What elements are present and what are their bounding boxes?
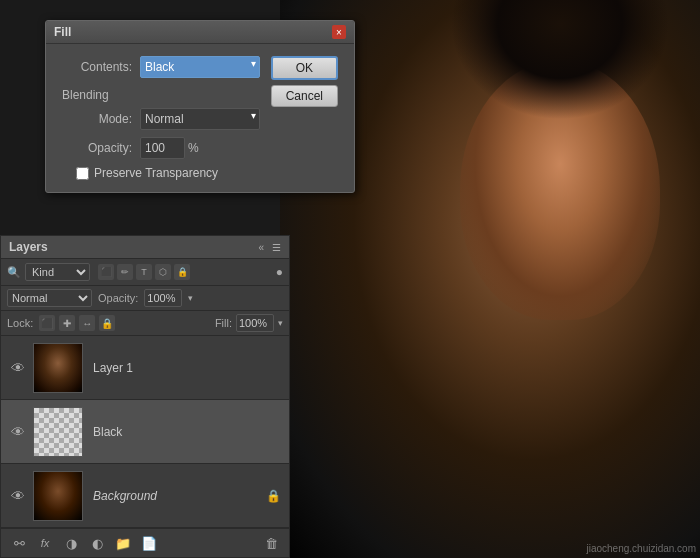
link-layers-icon[interactable]: ⚯ xyxy=(9,533,29,553)
ok-button[interactable]: OK xyxy=(271,56,338,80)
preserve-checkbox[interactable] xyxy=(76,167,89,180)
layer1-thumb-content xyxy=(34,344,82,392)
layer1-name: Layer 1 xyxy=(93,361,281,375)
blend-mode-select[interactable]: Normal xyxy=(7,289,92,307)
opacity-unit: % xyxy=(188,141,199,155)
layers-lock-row: Lock: ⬛ ✚ ↔ 🔒 Fill: ▾ xyxy=(1,311,289,336)
layers-search-row: 🔍 Kind ⬛ ✏ T ⬡ 🔒 ● xyxy=(1,259,289,286)
preserve-label: Preserve Transparency xyxy=(94,166,218,180)
dialog-buttons: OK Cancel xyxy=(271,56,338,107)
panel-menu-icon[interactable]: ☰ xyxy=(272,242,281,253)
shape-type-icon[interactable]: ⬡ xyxy=(155,264,171,280)
fill-label: Fill: xyxy=(215,317,232,329)
dialog-close-button[interactable]: × xyxy=(332,25,346,39)
contents-row: Contents: Black xyxy=(62,56,261,78)
lock-position-icon[interactable]: ✚ xyxy=(59,315,75,331)
opacity-value[interactable] xyxy=(144,289,182,307)
black-layer-thumbnail xyxy=(33,407,83,457)
mode-select[interactable]: Normal xyxy=(140,108,260,130)
lock-artboard-icon[interactable]: ↔ xyxy=(79,315,95,331)
layer1-visibility-toggle[interactable]: 👁 xyxy=(9,359,27,377)
layer-item-black[interactable]: 👁 Black xyxy=(1,400,289,464)
opacity-row: Opacity: 100 % xyxy=(72,137,261,159)
contents-select-wrapper: Black xyxy=(140,56,260,78)
layer-item-background[interactable]: 👁 Background 🔒 xyxy=(1,464,289,528)
fill-dialog: Fill × Contents: Black Blending Mode: xyxy=(45,20,355,193)
pixel-type-icon[interactable]: ⬛ xyxy=(98,264,114,280)
opacity-input[interactable]: 100 xyxy=(140,137,185,159)
opacity-label: Opacity: xyxy=(98,292,138,304)
background-layer-name: Background xyxy=(93,489,262,503)
opacity-dropdown-arrow[interactable]: ▾ xyxy=(188,293,193,303)
fill-dropdown-arrow[interactable]: ▾ xyxy=(278,318,283,328)
lock-all-icon[interactable]: 🔒 xyxy=(99,315,115,331)
new-layer-icon[interactable]: 📄 xyxy=(139,533,159,553)
dialog-body: Contents: Black Blending Mode: Normal xyxy=(46,44,354,192)
layers-toolbar: ⚯ fx ◑ ◐ 📁 📄 🗑 xyxy=(1,528,289,557)
text-type-icon[interactable]: T xyxy=(136,264,152,280)
kind-select[interactable]: Kind xyxy=(25,263,90,281)
background-lock-icon: 🔒 xyxy=(266,489,281,503)
mode-row: Mode: Normal xyxy=(72,108,261,130)
adjustment-layer-icon[interactable]: ◐ xyxy=(87,533,107,553)
layers-panel: Layers « ☰ 🔍 Kind ⬛ ✏ T ⬡ 🔒 ● Normal Opa… xyxy=(0,235,290,558)
layer-item-layer1[interactable]: 👁 Layer 1 xyxy=(1,336,289,400)
contents-select[interactable]: Black xyxy=(140,56,260,78)
layers-search-icon: 🔍 xyxy=(7,266,21,279)
layers-blend-row: Normal Opacity: ▾ xyxy=(1,286,289,311)
background-thumb-content xyxy=(34,472,82,520)
black-layer-visibility-toggle[interactable]: 👁 xyxy=(9,423,27,441)
black-layer-name: Black xyxy=(93,425,281,439)
blending-section: Blending Mode: Normal Opacity: 100 % xyxy=(62,88,261,180)
blending-label: Blending xyxy=(62,88,261,102)
layers-panel-title: Layers xyxy=(9,240,48,254)
dialog-titlebar: Fill × xyxy=(46,21,354,44)
watermark: jiaocheng.chuizidan.com xyxy=(586,543,696,554)
contents-label: Contents: xyxy=(62,60,132,74)
kind-filter-icon[interactable]: ● xyxy=(276,265,283,279)
fill-value[interactable] xyxy=(236,314,274,332)
new-group-icon[interactable]: 📁 xyxy=(113,533,133,553)
delete-layer-icon[interactable]: 🗑 xyxy=(261,533,281,553)
layers-panel-header: Layers « ☰ xyxy=(1,236,289,259)
lock-pixels-icon[interactable]: ⬛ xyxy=(39,315,55,331)
panel-collapse-icon[interactable]: « xyxy=(258,242,264,253)
add-mask-icon[interactable]: ◑ xyxy=(61,533,81,553)
background-thumbnail xyxy=(33,471,83,521)
mode-select-wrapper: Normal xyxy=(140,108,260,130)
opacity-label: Opacity: xyxy=(72,141,132,155)
layer-type-icons: ⬛ ✏ T ⬡ 🔒 xyxy=(98,264,190,280)
fx-icon[interactable]: fx xyxy=(35,533,55,553)
preserve-row: Preserve Transparency xyxy=(76,166,261,180)
smart-type-icon[interactable]: 🔒 xyxy=(174,264,190,280)
dialog-title: Fill xyxy=(54,25,71,39)
cancel-button[interactable]: Cancel xyxy=(271,85,338,107)
background-visibility-toggle[interactable]: 👁 xyxy=(9,487,27,505)
layer1-thumbnail xyxy=(33,343,83,393)
panel-controls: « ☰ xyxy=(258,242,281,253)
black-layer-thumb-content xyxy=(34,408,82,456)
adjustment-type-icon[interactable]: ✏ xyxy=(117,264,133,280)
mode-label: Mode: xyxy=(72,112,132,126)
lock-label: Lock: xyxy=(7,317,33,329)
